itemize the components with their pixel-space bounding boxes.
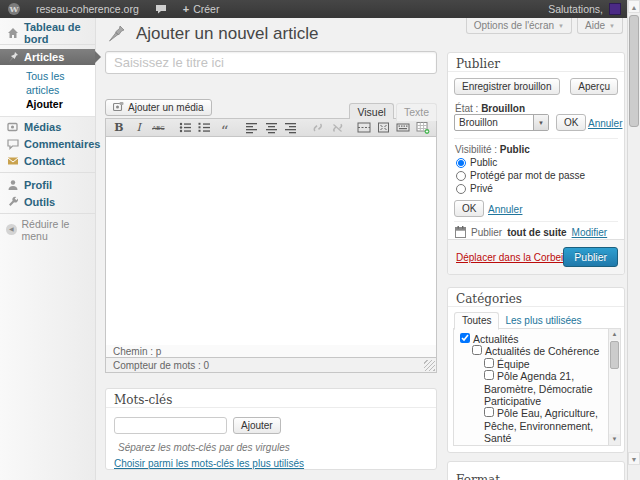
scroll-up-icon[interactable]: ▲ — [609, 329, 620, 340]
sidebar-label: Médias — [24, 121, 61, 133]
insert-table-icon[interactable] — [415, 120, 431, 135]
status-row: État : Brouillon — [455, 103, 525, 114]
screen-options-label: Options de l'écran — [474, 20, 554, 31]
sidebar-item-tools[interactable]: Outils — [0, 194, 95, 209]
active-menu-arrow-icon — [95, 51, 101, 63]
pushpin-icon — [6, 51, 19, 64]
sidebar-item-contact[interactable]: Contact — [0, 153, 95, 168]
scroll-down-icon[interactable]: ▼ — [628, 452, 640, 465]
align-right-icon[interactable] — [283, 120, 299, 135]
help-button[interactable]: Aide ▼ — [577, 18, 623, 34]
align-left-icon[interactable] — [243, 120, 259, 135]
sidebar-item-dashboard[interactable]: Tableau de bord — [0, 25, 95, 40]
add-tag-button[interactable]: Ajouter — [233, 417, 281, 434]
preview-button[interactable]: Aperçu — [570, 78, 618, 95]
site-name: reseau-coherence.org — [36, 3, 139, 15]
sidebar-item-articles[interactable]: Articles — [0, 49, 95, 65]
status-select[interactable]: Brouillon ▼ — [454, 114, 549, 131]
avatar[interactable] — [609, 3, 621, 15]
envelope-icon — [6, 154, 19, 167]
radio-private[interactable] — [456, 184, 466, 194]
category-checkbox[interactable] — [484, 445, 494, 446]
new-content-menu[interactable]: + Créer — [175, 0, 228, 18]
move-to-trash-link[interactable]: Déplacer dans la Corbeille — [456, 252, 573, 263]
sidebar-item-add-new[interactable]: Ajouter — [26, 97, 95, 111]
numbered-list-icon[interactable] — [197, 120, 213, 135]
category-tabs: Toutes Les plus utilisées — [454, 311, 582, 329]
sidebar-item-profile[interactable]: Profil — [0, 177, 95, 192]
visibility-option-password[interactable]: Protégé par mot de passe — [456, 170, 585, 181]
add-media-label: Ajouter un média — [128, 102, 204, 113]
publish-box-title: Publier — [448, 53, 624, 72]
strikethrough-icon[interactable]: ABC — [151, 120, 167, 135]
category-checkbox[interactable] — [472, 345, 482, 355]
category-checkbox[interactable] — [484, 358, 494, 368]
collapse-menu-button[interactable]: ◀ Réduire le menu — [0, 222, 95, 237]
visibility-option-private[interactable]: Privé — [456, 183, 493, 194]
tab-visual[interactable]: Visuel — [349, 103, 393, 119]
radio-password[interactable] — [456, 171, 466, 181]
tab-most-used[interactable]: Les plus utilisées — [505, 315, 581, 329]
comment-bubble-icon — [155, 4, 167, 14]
tab-text[interactable]: Texte — [396, 103, 437, 121]
site-name-menu[interactable]: reseau-coherence.org — [28, 0, 147, 18]
sidebar-item-media[interactable]: Médias — [0, 119, 95, 134]
tag-input[interactable] — [114, 417, 227, 434]
status-ok-button[interactable]: OK — [556, 114, 586, 131]
sidebar-label: Profil — [24, 179, 52, 191]
comments-bubble-menu[interactable] — [147, 0, 175, 18]
radio-public[interactable] — [456, 158, 466, 168]
more-tag-icon[interactable] — [356, 120, 372, 135]
kitchen-sink-icon[interactable] — [396, 120, 412, 135]
category-label[interactable]: Pôle Énergie, Santé — [484, 445, 590, 446]
link-icon[interactable] — [310, 120, 326, 135]
category-label[interactable]: Actualités — [460, 333, 519, 345]
category-checkbox[interactable] — [484, 407, 494, 417]
side-metaboxes: Publier Enregistrer brouillon Aperçu Éta… — [447, 0, 625, 480]
publish-button[interactable]: Publier — [563, 247, 618, 267]
scroll-down-icon[interactable]: ▼ — [609, 434, 620, 445]
unlink-icon[interactable] — [329, 120, 345, 135]
greeting-text: Salutations, — [548, 3, 603, 15]
bulleted-list-icon[interactable] — [177, 120, 193, 135]
category-label[interactable]: Pôle Eau, Agriculture, Pêche, Environnem… — [484, 407, 598, 444]
sidebar-item-all-posts[interactable]: Tous les articles — [26, 69, 95, 97]
scrollbar-thumb[interactable] — [629, 15, 639, 127]
align-center-icon[interactable] — [263, 120, 279, 135]
italic-icon[interactable]: I — [131, 120, 147, 135]
scrollbar-thumb[interactable] — [610, 341, 619, 369]
visibility-cancel-link[interactable]: Annuler — [488, 204, 522, 215]
new-content-label: Créer — [193, 3, 219, 15]
menu-separator — [0, 172, 95, 173]
category-checkbox[interactable] — [484, 370, 494, 380]
save-draft-button[interactable]: Enregistrer brouillon — [454, 78, 560, 95]
sidebar-item-comments[interactable]: Commentaires — [0, 136, 95, 151]
help-label: Aide — [585, 20, 605, 31]
tags-box-title: Mots-clés — [106, 389, 436, 408]
visibility-option-public[interactable]: Public — [456, 157, 497, 168]
category-label[interactable]: Pôle Agenda 21, Baromètre, Démocratie Pa… — [484, 370, 593, 407]
category-label[interactable]: Équipe — [484, 358, 530, 370]
category-item: Pôle Énergie, Santé — [460, 445, 604, 446]
category-checkbox[interactable] — [460, 333, 470, 343]
blockquote-icon[interactable]: “ — [217, 120, 233, 135]
screen-options-button[interactable]: Options de l'écran ▼ — [466, 18, 572, 34]
category-item: Actualités de Cohérence — [460, 345, 604, 357]
tab-all-categories[interactable]: Toutes — [454, 312, 499, 330]
visibility-ok-button[interactable]: OK — [454, 200, 484, 217]
choose-tags-link[interactable]: Choisir parmi les mots-clés les plus uti… — [114, 458, 304, 469]
user-icon — [6, 178, 19, 191]
page-title: Ajouter un nouvel article — [136, 24, 318, 44]
add-media-button[interactable]: Ajouter un média — [105, 99, 212, 116]
status-cancel-link[interactable]: Annuler — [588, 118, 622, 129]
editor-canvas[interactable] — [105, 137, 437, 345]
fullscreen-icon[interactable] — [376, 120, 392, 135]
post-pin-icon — [107, 24, 127, 44]
schedule-edit-link[interactable]: Modifier — [572, 227, 608, 238]
post-title-input[interactable] — [105, 51, 437, 74]
editor-resize-handle[interactable] — [424, 360, 435, 371]
bold-icon[interactable]: B — [111, 120, 127, 135]
category-label[interactable]: Actualités de Cohérence — [472, 345, 599, 357]
wp-logo-menu[interactable]: W — [0, 0, 28, 18]
scroll-up-icon[interactable]: ▲ — [628, 0, 640, 13]
